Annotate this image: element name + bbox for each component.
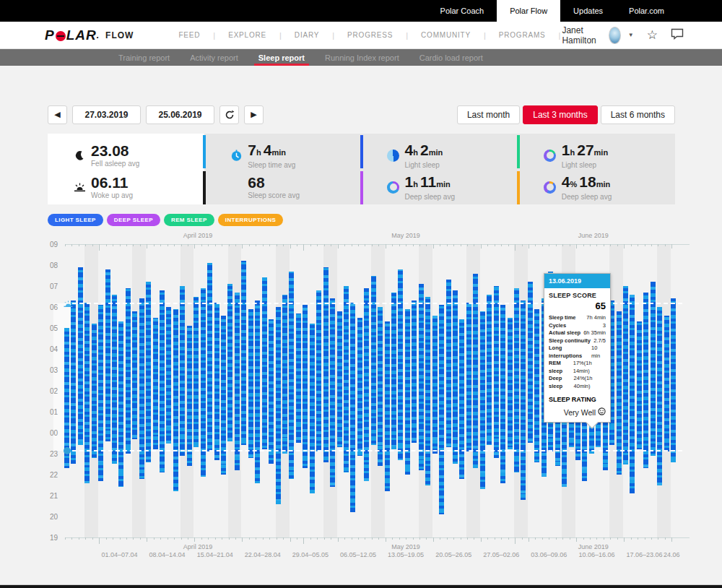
next-period-button[interactable]: ▶ — [244, 105, 264, 124]
sleep-night-bar[interactable] — [282, 295, 287, 454]
sleep-night-bar[interactable] — [405, 309, 410, 475]
refresh-button[interactable] — [219, 105, 239, 124]
legend-chip-deep-sleep[interactable]: DEEP SLEEP — [107, 214, 160, 226]
last-month-button[interactable]: Last month — [457, 105, 520, 124]
sleep-night-bar[interactable] — [71, 301, 76, 464]
last-6-months-button[interactable]: Last 6 months — [601, 105, 675, 124]
sleep-night-bar[interactable] — [323, 267, 329, 462]
sleep-night-bar[interactable] — [84, 303, 90, 483]
sleep-night-bar[interactable] — [235, 293, 240, 471]
sleep-night-bar[interactable] — [207, 263, 212, 451]
sleep-night-bar[interactable] — [180, 286, 185, 456]
user-name[interactable]: Janet Hamilton — [562, 25, 601, 46]
sleep-night-bar[interactable] — [446, 280, 451, 447]
sleep-night-bar[interactable] — [623, 286, 628, 464]
sleep-night-bar[interactable] — [221, 316, 226, 475]
sleep-night-bar[interactable] — [425, 297, 430, 485]
sleep-night-bar[interactable] — [98, 305, 103, 481]
sleep-night-bar[interactable] — [453, 290, 458, 464]
sleep-night-bar[interactable] — [459, 319, 464, 478]
tab-running-index-report[interactable]: Running Index report — [315, 49, 409, 66]
tab-cardio-load-report[interactable]: Cardio load report — [409, 49, 493, 66]
polar-logo[interactable]: PLAR. — [45, 27, 100, 43]
sleep-night-bar[interactable] — [241, 261, 246, 445]
sleep-night-bar[interactable] — [337, 311, 342, 448]
sleep-night-bar[interactable] — [528, 282, 533, 443]
sleep-night-bar[interactable] — [439, 305, 444, 514]
sleep-night-bar[interactable] — [500, 305, 505, 483]
topbar-tab-polar-com[interactable]: Polar.com — [616, 0, 677, 22]
sleep-night-bar[interactable] — [118, 321, 123, 487]
topbar-tab-updates[interactable]: Updates — [560, 0, 616, 22]
sleep-night-bar[interactable] — [432, 316, 438, 454]
sleep-night-bar[interactable] — [132, 311, 137, 439]
sleep-night-bar[interactable] — [398, 269, 403, 460]
sleep-night-bar[interactable] — [269, 319, 274, 464]
sleep-night-bar[interactable] — [371, 276, 376, 446]
sleep-night-bar[interactable] — [310, 324, 315, 493]
sleep-night-bar[interactable] — [480, 311, 485, 490]
sleep-night-bar[interactable] — [112, 295, 117, 464]
sleep-night-bar[interactable] — [330, 298, 335, 487]
sleep-night-bar[interactable] — [657, 307, 662, 485]
legend-chip-light-sleep[interactable]: LIGHT SLEEP — [48, 214, 103, 226]
tab-activity-report[interactable]: Activity report — [180, 49, 248, 66]
sleep-night-bar[interactable] — [248, 309, 253, 458]
sleep-night-bar[interactable] — [262, 277, 267, 449]
sleep-night-bar[interactable] — [296, 314, 301, 444]
tab-sleep-report[interactable]: Sleep report — [248, 49, 315, 66]
nav-item-programs[interactable]: PROGRAMS — [487, 31, 557, 39]
sleep-night-bar[interactable] — [78, 267, 83, 446]
date-to-field[interactable]: 25.06.2019 — [146, 105, 214, 124]
sleep-night-bar[interactable] — [153, 318, 158, 450]
sleep-night-bar[interactable] — [508, 318, 513, 450]
sleep-night-bar[interactable] — [534, 309, 539, 462]
sleep-night-bar[interactable] — [289, 272, 294, 479]
avatar[interactable] — [609, 27, 621, 44]
sleep-night-bar[interactable] — [160, 290, 165, 472]
nav-item-progress[interactable]: PROGRESS — [336, 31, 404, 39]
sleep-night-bar[interactable] — [126, 288, 131, 454]
sleep-night-bar[interactable] — [193, 297, 199, 448]
sleep-night-bar[interactable] — [419, 284, 424, 470]
sleep-night-bar[interactable] — [187, 326, 192, 466]
nav-item-feed[interactable]: FEED — [167, 31, 212, 39]
sleep-night-bar[interactable] — [201, 288, 206, 477]
sleep-night-bar[interactable] — [487, 295, 492, 446]
tab-training-report[interactable]: Training report — [108, 49, 180, 66]
favorites-star-icon[interactable]: ☆ — [647, 27, 658, 43]
sleep-night-bar[interactable] — [630, 295, 635, 494]
sleep-night-bar[interactable] — [303, 305, 308, 468]
sleep-night-bar[interactable] — [255, 301, 260, 483]
legend-chip-interruptions[interactable]: INTERRUPTIONS — [218, 214, 284, 226]
sleep-night-bar[interactable] — [316, 290, 321, 451]
sleep-night-bar[interactable] — [412, 301, 417, 443]
sleep-chart[interactable]: April 2019April 2019May 2019May 2019June… — [0, 0, 722, 588]
sleep-night-bar[interactable] — [227, 284, 232, 441]
sleep-night-bar[interactable] — [637, 321, 642, 449]
sleep-night-bar[interactable] — [385, 321, 390, 491]
sleep-night-bar[interactable] — [671, 298, 676, 462]
nav-item-explore[interactable]: EXPLORE — [217, 31, 278, 39]
nav-item-community[interactable]: COMMUNITY — [409, 31, 482, 39]
sleep-night-bar[interactable] — [651, 282, 656, 456]
sleep-night-bar[interactable] — [139, 298, 144, 478]
sleep-night-bar[interactable] — [473, 274, 478, 469]
legend-chip-rem-sleep[interactable]: REM SLEEP — [164, 214, 214, 226]
sleep-night-bar[interactable] — [276, 307, 281, 504]
sleep-night-bar[interactable] — [146, 282, 151, 462]
sleep-night-bar[interactable] — [391, 293, 396, 450]
date-from-field[interactable]: 27.03.2019 — [72, 105, 141, 124]
sleep-night-bar[interactable] — [105, 269, 110, 441]
sleep-night-bar[interactable] — [357, 318, 362, 456]
sleep-night-bar[interactable] — [214, 303, 219, 460]
feedback-bubble-icon[interactable] — [671, 28, 684, 43]
sleep-night-bar[interactable] — [664, 316, 669, 452]
sleep-night-bar[interactable] — [364, 288, 369, 481]
chevron-down-icon[interactable]: ▼ — [628, 32, 634, 38]
sleep-night-bar[interactable] — [466, 303, 471, 451]
sleep-night-bar[interactable] — [350, 303, 355, 512]
topbar-tab-polar-flow[interactable]: Polar Flow — [497, 0, 560, 22]
sleep-night-bar[interactable] — [514, 288, 519, 472]
sleep-night-bar[interactable] — [617, 311, 622, 475]
